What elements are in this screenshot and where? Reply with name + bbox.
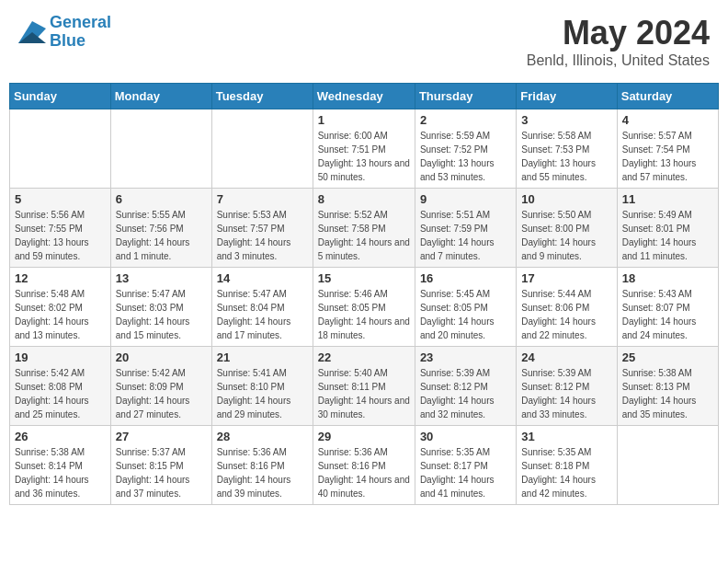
- calendar-cell: 21Sunrise: 5:41 AMSunset: 8:10 PMDayligh…: [211, 347, 313, 426]
- day-number: 2: [420, 113, 511, 127]
- day-info: Sunrise: 5:38 AMSunset: 8:14 PMDaylight:…: [15, 445, 106, 500]
- day-number: 25: [622, 350, 713, 364]
- day-number: 20: [116, 350, 207, 364]
- day-info: Sunrise: 5:39 AMSunset: 8:12 PMDaylight:…: [521, 366, 611, 421]
- calendar-cell: 13Sunrise: 5:47 AMSunset: 8:03 PMDayligh…: [110, 268, 211, 347]
- calendar-week-2: 5Sunrise: 5:56 AMSunset: 7:55 PMDaylight…: [10, 189, 719, 268]
- calendar-week-3: 12Sunrise: 5:48 AMSunset: 8:02 PMDayligh…: [10, 268, 719, 347]
- calendar-cell: 12Sunrise: 5:48 AMSunset: 8:02 PMDayligh…: [10, 268, 111, 347]
- calendar-table: SundayMondayTuesdayWednesdayThursdayFrid…: [9, 83, 719, 505]
- day-info: Sunrise: 5:48 AMSunset: 8:02 PMDaylight:…: [15, 287, 106, 342]
- day-number: 24: [521, 350, 611, 364]
- day-number: 26: [15, 430, 106, 443]
- day-number: 7: [217, 192, 308, 206]
- day-number: 17: [521, 271, 611, 285]
- day-info: Sunrise: 5:40 AMSunset: 8:11 PMDaylight:…: [318, 366, 410, 421]
- calendar-week-5: 26Sunrise: 5:38 AMSunset: 8:14 PMDayligh…: [10, 426, 719, 505]
- header-day-sunday: Sunday: [10, 84, 111, 109]
- day-info: Sunrise: 5:36 AMSunset: 8:16 PMDaylight:…: [217, 445, 308, 500]
- title-block: May 2024 Benld, Illinois, United States: [527, 14, 710, 69]
- day-number: 31: [521, 430, 611, 443]
- calendar-cell: 17Sunrise: 5:44 AMSunset: 8:06 PMDayligh…: [517, 268, 617, 347]
- calendar-week-4: 19Sunrise: 5:42 AMSunset: 8:08 PMDayligh…: [10, 347, 719, 426]
- day-number: 23: [420, 350, 511, 364]
- day-number: 5: [15, 192, 106, 206]
- day-number: 3: [521, 113, 611, 127]
- day-info: Sunrise: 5:36 AMSunset: 8:16 PMDaylight:…: [318, 445, 410, 500]
- calendar-cell: 25Sunrise: 5:38 AMSunset: 8:13 PMDayligh…: [617, 347, 718, 426]
- day-number: 18: [622, 271, 713, 285]
- day-info: Sunrise: 5:57 AMSunset: 7:54 PMDaylight:…: [622, 129, 713, 184]
- calendar-cell: [110, 109, 211, 189]
- logo-text: General Blue: [50, 14, 111, 51]
- calendar-cell: 15Sunrise: 5:46 AMSunset: 8:05 PMDayligh…: [313, 268, 415, 347]
- calendar-cell: 7Sunrise: 5:53 AMSunset: 7:57 PMDaylight…: [211, 189, 313, 268]
- day-number: 27: [116, 430, 207, 443]
- calendar-cell: 22Sunrise: 5:40 AMSunset: 8:11 PMDayligh…: [313, 347, 415, 426]
- day-info: Sunrise: 5:56 AMSunset: 7:55 PMDaylight:…: [15, 208, 106, 263]
- day-info: Sunrise: 5:47 AMSunset: 8:03 PMDaylight:…: [116, 287, 207, 342]
- day-info: Sunrise: 5:46 AMSunset: 8:05 PMDaylight:…: [318, 287, 410, 342]
- day-info: Sunrise: 5:39 AMSunset: 8:12 PMDaylight:…: [420, 366, 511, 421]
- day-number: 4: [622, 113, 713, 127]
- calendar-cell: 19Sunrise: 5:42 AMSunset: 8:08 PMDayligh…: [10, 347, 111, 426]
- calendar-cell: 16Sunrise: 5:45 AMSunset: 8:05 PMDayligh…: [415, 268, 516, 347]
- calendar-week-1: 1Sunrise: 6:00 AMSunset: 7:51 PMDaylight…: [10, 109, 719, 189]
- location: Benld, Illinois, United States: [527, 52, 710, 69]
- day-number: 29: [318, 430, 410, 443]
- calendar-cell: 2Sunrise: 5:59 AMSunset: 7:52 PMDaylight…: [415, 109, 516, 189]
- day-number: 9: [420, 192, 511, 206]
- calendar-cell: 28Sunrise: 5:36 AMSunset: 8:16 PMDayligh…: [211, 426, 313, 505]
- calendar-cell: 27Sunrise: 5:37 AMSunset: 8:15 PMDayligh…: [110, 426, 211, 505]
- month-title: May 2024: [527, 14, 710, 52]
- header-day-thursday: Thursday: [415, 84, 516, 109]
- calendar-cell: 18Sunrise: 5:43 AMSunset: 8:07 PMDayligh…: [617, 268, 718, 347]
- day-info: Sunrise: 5:42 AMSunset: 8:09 PMDaylight:…: [116, 366, 207, 421]
- calendar-cell: 4Sunrise: 5:57 AMSunset: 7:54 PMDaylight…: [617, 109, 718, 189]
- calendar-cell: 8Sunrise: 5:52 AMSunset: 7:58 PMDaylight…: [313, 189, 415, 268]
- day-info: Sunrise: 5:41 AMSunset: 8:10 PMDaylight:…: [217, 366, 308, 421]
- day-number: 12: [15, 271, 106, 285]
- page-header: General Blue May 2024 Benld, Illinois, U…: [9, 9, 719, 74]
- day-info: Sunrise: 5:37 AMSunset: 8:15 PMDaylight:…: [116, 445, 207, 500]
- day-info: Sunrise: 5:53 AMSunset: 7:57 PMDaylight:…: [217, 208, 308, 263]
- calendar-cell: [617, 426, 718, 505]
- calendar-cell: 14Sunrise: 5:47 AMSunset: 8:04 PMDayligh…: [211, 268, 313, 347]
- day-number: 15: [318, 271, 410, 285]
- logo: General Blue: [18, 14, 111, 51]
- day-info: Sunrise: 5:47 AMSunset: 8:04 PMDaylight:…: [217, 287, 308, 342]
- calendar-cell: [10, 109, 111, 189]
- calendar-cell: 24Sunrise: 5:39 AMSunset: 8:12 PMDayligh…: [517, 347, 617, 426]
- day-number: 22: [318, 350, 410, 364]
- calendar-cell: 6Sunrise: 5:55 AMSunset: 7:56 PMDaylight…: [110, 189, 211, 268]
- day-info: Sunrise: 5:49 AMSunset: 8:01 PMDaylight:…: [622, 208, 713, 263]
- calendar-cell: [211, 109, 313, 189]
- day-number: 1: [318, 113, 410, 127]
- header-day-saturday: Saturday: [617, 84, 718, 109]
- calendar-cell: 20Sunrise: 5:42 AMSunset: 8:09 PMDayligh…: [110, 347, 211, 426]
- day-info: Sunrise: 5:51 AMSunset: 7:59 PMDaylight:…: [420, 208, 511, 263]
- day-number: 30: [420, 430, 511, 443]
- calendar-cell: 9Sunrise: 5:51 AMSunset: 7:59 PMDaylight…: [415, 189, 516, 268]
- header-day-wednesday: Wednesday: [313, 84, 415, 109]
- day-info: Sunrise: 5:58 AMSunset: 7:53 PMDaylight:…: [521, 129, 611, 184]
- day-number: 11: [622, 192, 713, 206]
- day-info: Sunrise: 5:43 AMSunset: 8:07 PMDaylight:…: [622, 287, 713, 342]
- calendar-cell: 1Sunrise: 6:00 AMSunset: 7:51 PMDaylight…: [313, 109, 415, 189]
- day-number: 10: [521, 192, 611, 206]
- calendar-cell: 23Sunrise: 5:39 AMSunset: 8:12 PMDayligh…: [415, 347, 516, 426]
- day-info: Sunrise: 5:44 AMSunset: 8:06 PMDaylight:…: [521, 287, 611, 342]
- calendar-cell: 31Sunrise: 5:35 AMSunset: 8:18 PMDayligh…: [517, 426, 617, 505]
- day-number: 14: [217, 271, 308, 285]
- day-number: 19: [15, 350, 106, 364]
- header-day-tuesday: Tuesday: [211, 84, 313, 109]
- calendar-cell: 10Sunrise: 5:50 AMSunset: 8:00 PMDayligh…: [517, 189, 617, 268]
- day-number: 8: [318, 192, 410, 206]
- calendar-cell: 29Sunrise: 5:36 AMSunset: 8:16 PMDayligh…: [313, 426, 415, 505]
- day-info: Sunrise: 5:38 AMSunset: 8:13 PMDaylight:…: [622, 366, 713, 421]
- day-info: Sunrise: 5:59 AMSunset: 7:52 PMDaylight:…: [420, 129, 511, 184]
- calendar-cell: 30Sunrise: 5:35 AMSunset: 8:17 PMDayligh…: [415, 426, 516, 505]
- day-number: 6: [116, 192, 207, 206]
- calendar-cell: 3Sunrise: 5:58 AMSunset: 7:53 PMDaylight…: [517, 109, 617, 189]
- day-info: Sunrise: 5:55 AMSunset: 7:56 PMDaylight:…: [116, 208, 207, 263]
